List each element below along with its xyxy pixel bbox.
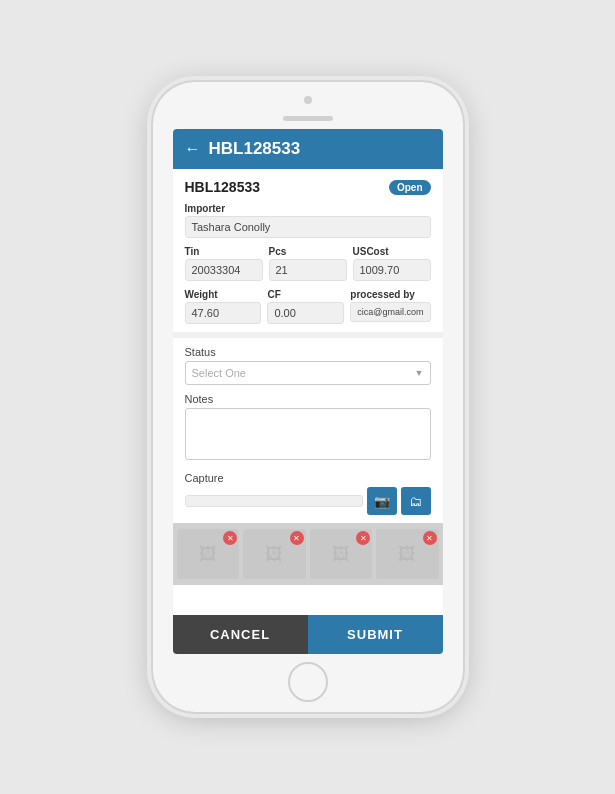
- thumbnail-4[interactable]: 🖼 ✕: [376, 529, 439, 579]
- processed-label: processed by: [350, 289, 430, 300]
- tin-label: Tin: [185, 246, 263, 257]
- phone-screen: ← HBL128533 HBL128533 Open Importer Tash…: [173, 129, 443, 654]
- capture-label: Capture: [185, 472, 431, 484]
- pcs-label: Pcs: [269, 246, 347, 257]
- phone-shell: ← HBL128533 HBL128533 Open Importer Tash…: [153, 82, 463, 712]
- processed-value: cica@gmail.com: [350, 302, 430, 322]
- chevron-down-icon: ▼: [415, 368, 424, 378]
- capture-section: Capture 📷 🗂: [185, 472, 431, 515]
- thumb-image-icon-3: 🖼: [332, 544, 350, 565]
- notes-label: Notes: [185, 393, 431, 405]
- weight-label: Weight: [185, 289, 262, 300]
- phone-top: [153, 82, 463, 121]
- cf-field: CF 0.00: [267, 289, 344, 324]
- submit-button[interactable]: SUBMIT: [308, 615, 443, 654]
- content-area: HBL128533 Open Importer Tashara Conolly …: [173, 169, 443, 615]
- importer-value: Tashara Conolly: [185, 216, 431, 238]
- processed-field: processed by cica@gmail.com: [350, 289, 430, 324]
- card-header: HBL128533 Open: [185, 179, 431, 195]
- status-placeholder: Select One: [192, 367, 246, 379]
- importer-field: Importer Tashara Conolly: [185, 203, 431, 238]
- thumb-image-icon-2: 🖼: [265, 544, 283, 565]
- pcs-field: Pcs 21: [269, 246, 347, 281]
- capture-input[interactable]: [185, 495, 363, 507]
- header-title: HBL128533: [209, 139, 301, 159]
- folder-button[interactable]: 🗂: [401, 487, 431, 515]
- row-tin-pcs-uscost: Tin 20033304 Pcs 21 USCost 1009.70: [185, 246, 431, 281]
- uscost-field: USCost 1009.70: [353, 246, 431, 281]
- header: ← HBL128533: [173, 129, 443, 169]
- thumbnail-2[interactable]: 🖼 ✕: [243, 529, 306, 579]
- status-select[interactable]: Select One ▼: [185, 361, 431, 385]
- status-badge: Open: [389, 180, 431, 195]
- thumb-close-2[interactable]: ✕: [290, 531, 304, 545]
- thumb-close-1[interactable]: ✕: [223, 531, 237, 545]
- phone-speaker: [283, 116, 333, 121]
- back-button[interactable]: ←: [185, 140, 201, 158]
- row-weight-cf-processed: Weight 47.60 CF 0.00 processed by cica@g…: [185, 289, 431, 324]
- pcs-value: 21: [269, 259, 347, 281]
- home-button[interactable]: [288, 662, 328, 702]
- cancel-button[interactable]: CANCEL: [173, 615, 308, 654]
- uscost-label: USCost: [353, 246, 431, 257]
- tin-value: 20033304: [185, 259, 263, 281]
- thumbnails-row: 🖼 ✕ 🖼 ✕ 🖼 ✕ 🖼 ✕: [173, 523, 443, 585]
- notes-input[interactable]: [185, 408, 431, 460]
- importer-label: Importer: [185, 203, 431, 214]
- weight-field: Weight 47.60: [185, 289, 262, 324]
- footer-buttons: CANCEL SUBMIT: [173, 615, 443, 654]
- capture-row: 📷 🗂: [185, 487, 431, 515]
- tin-field: Tin 20033304: [185, 246, 263, 281]
- thumb-close-4[interactable]: ✕: [423, 531, 437, 545]
- uscost-value: 1009.70: [353, 259, 431, 281]
- camera-button[interactable]: 📷: [367, 487, 397, 515]
- weight-value: 47.60: [185, 302, 262, 324]
- cf-value: 0.00: [267, 302, 344, 324]
- folder-icon: 🗂: [409, 494, 422, 509]
- card-title: HBL128533: [185, 179, 261, 195]
- thumbnail-1[interactable]: 🖼 ✕: [177, 529, 240, 579]
- thumb-image-icon-4: 🖼: [398, 544, 416, 565]
- thumb-close-3[interactable]: ✕: [356, 531, 370, 545]
- phone-camera: [304, 96, 312, 104]
- thumb-image-icon-1: 🖼: [199, 544, 217, 565]
- divider-1: [173, 332, 443, 338]
- thumbnail-3[interactable]: 🖼 ✕: [310, 529, 373, 579]
- status-label: Status: [185, 346, 431, 358]
- status-section: Status Select One ▼: [185, 346, 431, 385]
- notes-section: Notes: [185, 393, 431, 464]
- camera-icon: 📷: [374, 494, 390, 509]
- cf-label: CF: [267, 289, 344, 300]
